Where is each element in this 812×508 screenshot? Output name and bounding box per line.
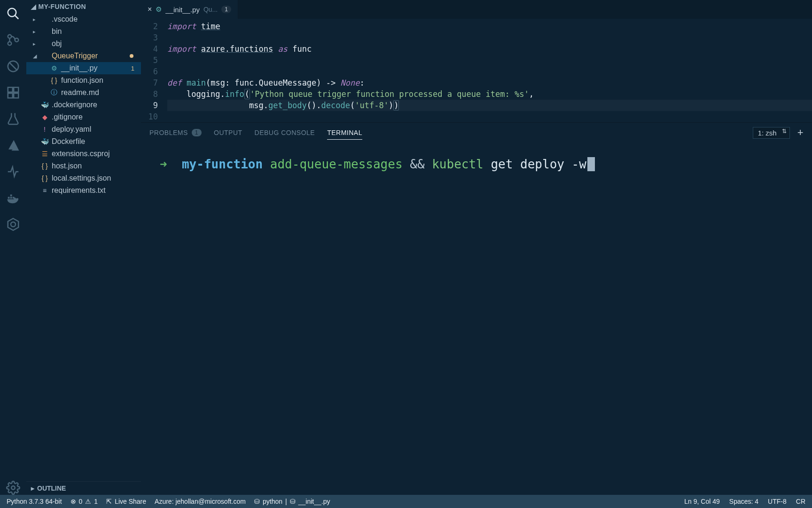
folder-item[interactable]: ◢QueueTrigger: [26, 50, 141, 62]
prompt-path: my-function: [182, 157, 263, 171]
status-errors[interactable]: ⊗ 0 ⚠ 1: [70, 498, 98, 505]
file-item[interactable]: { }local.settings.json: [26, 172, 141, 184]
code-line[interactable]: import time: [167, 21, 812, 32]
status-encoding[interactable]: UTF-8: [768, 498, 787, 505]
item-label: function.json: [61, 76, 103, 85]
terminal[interactable]: ➜ my-function add-queue-messages && kube…: [141, 143, 812, 495]
python-file-icon: ⚙: [156, 5, 162, 14]
tab-debug-console[interactable]: DEBUG CONSOLE: [255, 129, 315, 136]
error-icon: ⊗: [70, 498, 76, 505]
terminal-select-dropdown[interactable]: 1: zsh: [753, 127, 790, 139]
status-liveshare[interactable]: ⇱ Live Share: [106, 498, 146, 505]
svg-point-16: [11, 222, 16, 227]
status-python[interactable]: Python 3.7.3 64-bit: [7, 498, 62, 505]
tab-output[interactable]: OUTPUT: [214, 129, 242, 136]
new-terminal-button[interactable]: +: [797, 127, 804, 139]
tab-label: TERMINAL: [327, 129, 362, 136]
file-tree: ▸.vscode▸bin▸obj◢QueueTrigger⚙__init__.p…: [26, 13, 141, 481]
settings-gear-icon[interactable]: [6, 481, 20, 495]
folder-item[interactable]: ▸.vscode: [26, 13, 141, 25]
item-label: readme.md: [61, 88, 99, 97]
tab-label: DEBUG CONSOLE: [255, 129, 315, 136]
svg-point-2: [8, 35, 12, 39]
status-langenv[interactable]: ⛁ python | ⛁ __init__.py: [254, 498, 330, 505]
txt-icon: ≡: [40, 187, 49, 194]
gutter: 2345678910: [141, 21, 167, 122]
item-label: local.settings.json: [52, 174, 111, 183]
file-item[interactable]: ⓘreadme.md: [26, 87, 141, 99]
status-cursor-pos[interactable]: Ln 9, Col 49: [684, 498, 720, 505]
code-line[interactable]: [167, 111, 812, 122]
file-item[interactable]: 🐳Dockerfile: [26, 135, 141, 148]
tab-label: PROBLEMS: [149, 129, 188, 136]
code-line[interactable]: def main(msg: func.QueueMessage) -> None…: [167, 77, 812, 88]
chevron-icon: ◢: [33, 53, 38, 59]
item-label: .vscode: [52, 15, 78, 24]
item-label: obj: [52, 40, 62, 48]
code-line[interactable]: [167, 32, 812, 43]
azure-icon[interactable]: [6, 138, 20, 152]
source-control-icon[interactable]: [6, 33, 20, 47]
debug-icon[interactable]: [6, 59, 20, 73]
remote-icon[interactable]: [6, 165, 20, 179]
tab-subdir: Qu...: [203, 6, 218, 13]
editor-tab[interactable]: × ⚙ __init__.py Qu... 1: [141, 0, 238, 19]
close-icon[interactable]: ×: [148, 5, 152, 14]
code-editor[interactable]: 2345678910 import timeimport azure.funct…: [141, 19, 812, 122]
svg-rect-7: [8, 87, 13, 92]
svg-rect-9: [8, 93, 13, 98]
outline-header[interactable]: ▸ OUTLINE: [26, 481, 141, 495]
folder-item[interactable]: ▸obj: [26, 38, 141, 50]
line-number: 6: [141, 66, 158, 77]
line-number: 8: [141, 88, 158, 100]
warning-icon: ⚠: [85, 498, 91, 505]
svg-point-0: [8, 8, 16, 17]
file-item[interactable]: ◆.gitignore: [26, 111, 141, 123]
bottom-panel: PROBLEMS 1 OUTPUT DEBUG CONSOLE TERMINAL…: [141, 122, 812, 495]
folder-item[interactable]: ▸bin: [26, 25, 141, 38]
chevron-icon: ▸: [33, 16, 38, 23]
docker-icon[interactable]: [6, 191, 20, 205]
terminal-selector[interactable]: 1: zsh: [753, 127, 790, 139]
file-item[interactable]: ≡requirements.txt: [26, 184, 141, 197]
chevron-icon: ▸: [33, 29, 38, 35]
file-item[interactable]: !deploy.yaml: [26, 123, 141, 135]
test-icon[interactable]: [6, 112, 20, 126]
file-item[interactable]: { }host.json: [26, 160, 141, 172]
code-line[interactable]: [167, 66, 812, 77]
file-item[interactable]: ☰extensions.csproj: [26, 148, 141, 160]
svg-marker-15: [8, 219, 19, 230]
server-icon: ⛁: [254, 498, 260, 505]
sidebar-header[interactable]: ◢ MY-FUNCTION: [26, 0, 141, 13]
item-label: deploy.yaml: [52, 125, 91, 134]
code-line[interactable]: import azure.functions as func: [167, 43, 812, 55]
file-item[interactable]: ⚙__init__.py1: [26, 62, 141, 74]
status-azure[interactable]: Azure: jehollan@microsoft.com: [155, 498, 246, 505]
code-content[interactable]: import timeimport azure.functions as fun…: [167, 21, 812, 122]
tab-terminal[interactable]: TERMINAL: [327, 129, 362, 140]
item-label: QueueTrigger: [52, 52, 98, 60]
search-icon[interactable]: [6, 7, 20, 21]
editor-area: × ⚙ __init__.py Qu... 1 2345678910 impor…: [141, 0, 812, 495]
status-spaces[interactable]: Spaces: 4: [729, 498, 758, 505]
tabbar: × ⚙ __init__.py Qu... 1: [141, 0, 812, 19]
broadcast-icon: ⇱: [106, 498, 112, 505]
status-eol[interactable]: CR: [796, 498, 805, 505]
chevron-right-icon: ▸: [31, 484, 34, 492]
panel-tabbar: PROBLEMS 1 OUTPUT DEBUG CONSOLE TERMINAL…: [141, 123, 812, 143]
extensions-icon[interactable]: [6, 86, 20, 100]
svg-rect-11: [8, 197, 10, 199]
tab-problems[interactable]: PROBLEMS 1: [149, 129, 202, 136]
line-number: 2: [141, 21, 158, 32]
code-line[interactable]: [167, 55, 812, 66]
svg-rect-14: [10, 195, 12, 197]
file-item[interactable]: 🐳.dockerignore: [26, 99, 141, 111]
kubernetes-icon[interactable]: [6, 217, 20, 231]
modified-badge: 1: [131, 65, 138, 72]
json-icon: { }: [40, 175, 49, 182]
docker-icon: 🐳: [40, 138, 49, 145]
svg-rect-10: [14, 93, 18, 98]
file-item[interactable]: { }function.json: [26, 74, 141, 87]
code-line[interactable]: logging.info('Python queue trigger funct…: [167, 88, 812, 100]
code-line[interactable]: msg.get_body().decode('utf-8')): [167, 100, 812, 111]
